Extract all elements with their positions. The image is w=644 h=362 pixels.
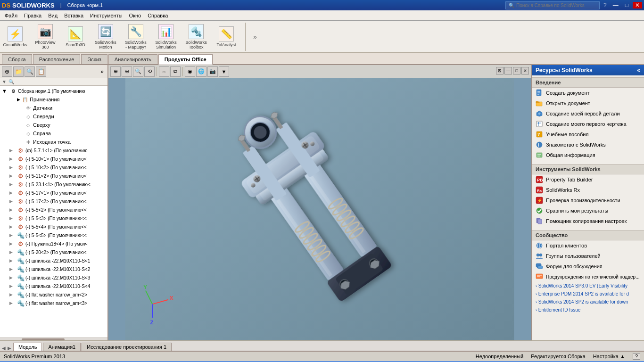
tree-part-1[interactable]: ▶ ⚙ (-) 5-10<1> (По умолчанию<	[1, 155, 107, 163]
menu-insert[interactable]: Вставка	[61, 12, 86, 19]
rp-intro-sw[interactable]: i Знакомство с SolidWorks	[532, 140, 644, 150]
tree-origin[interactable]: ✚ Исходная точка	[1, 138, 107, 146]
rp-open-doc[interactable]: Открыть документ	[532, 98, 644, 108]
tree-top[interactable]: ◇ Сверху	[1, 121, 107, 129]
tree-bolt-2[interactable]: ▶ 🔩 (-) шпилька -22.M10X110-S<2	[1, 265, 107, 273]
help-search-input[interactable]	[516, 3, 592, 8]
tree-washer-0[interactable]: ▶ 🔩 (-) шпилька -22.M10X110-S<4	[1, 282, 107, 290]
vp-camera[interactable]: 📷	[207, 66, 218, 77]
vp-appearance[interactable]: ◉	[185, 66, 195, 77]
vp-zoom-out[interactable]: ⊖	[122, 66, 132, 77]
toolbar-tolanalyst[interactable]: 📏 TolAnalyst	[213, 25, 239, 48]
tree-bolt-3[interactable]: ▶ 🔩 (-) шпилька -22.M10X110-S<3	[1, 273, 107, 282]
tree-washer-2[interactable]: ▶ 🔩 (-) flat washer narrow_am<3>	[1, 299, 107, 307]
rp-news-0[interactable]: › SolidWorks 2014 SP3.0 EV (Early Visibi…	[532, 282, 644, 290]
vp-win-restore[interactable]: ⊠	[496, 67, 504, 74]
rp-general-info[interactable]: Общая информация	[532, 150, 644, 160]
help-icon[interactable]: ?	[602, 2, 609, 8]
btab-model[interactable]: Модель	[13, 343, 42, 351]
minimize-button[interactable]: —	[611, 2, 621, 8]
vp-win-minimize[interactable]: —	[504, 67, 512, 74]
rp-news-2[interactable]: › SolidWorks 2014 SP2 is available for d…	[532, 298, 644, 306]
tree-right[interactable]: ◇ Справа	[1, 129, 107, 138]
vp-section[interactable]: ⧉	[170, 66, 181, 77]
rp-first-drawing[interactable]: Создание моего первого чертежа	[532, 119, 644, 129]
maximize-button[interactable]: □	[623, 2, 631, 8]
vp-rotate[interactable]: ⟲	[144, 66, 155, 77]
vp-win-maximize[interactable]: □	[513, 67, 520, 74]
tree-bolt-0[interactable]: ▶ 🔩 (-) 5-20<2> (По умолчанию<	[1, 248, 107, 256]
vp-dropdown[interactable]: ▼	[219, 66, 229, 77]
settings-label[interactable]: Настройка ▲	[593, 354, 625, 359]
tree-part-11[interactable]: ▶ ⚙ (-) Пружина18<4> (По умолч	[1, 239, 107, 248]
btab-animation[interactable]: Анимация1	[43, 343, 81, 351]
tree-part-9[interactable]: ▶ ⚙ (-) 5-5<4> (По умолчанию<<	[1, 222, 107, 231]
tree-washer-1[interactable]: ▶ 🔩 (-) flat washer narrow_am<2>	[1, 290, 107, 299]
tree-sensors[interactable]: 👁 Датчики	[1, 104, 107, 112]
tree-notes[interactable]: ▶ 📋 Примечания	[1, 95, 107, 104]
menu-view[interactable]: Вид	[45, 12, 60, 19]
tree-part-8[interactable]: ▶ ⚙ (-) 5-5<3> (По умолчанию<<	[1, 214, 107, 222]
rp-compare[interactable]: Сравнить мои результаты	[532, 206, 644, 216]
vp-zoom-fit[interactable]: 🔍	[133, 66, 143, 77]
bottom-tab-nav-right[interactable]: ▶	[8, 346, 11, 351]
menu-help[interactable]: Справка	[145, 12, 171, 19]
rp-first-part[interactable]: Создание моей первой детали	[532, 108, 644, 119]
tree-part-6[interactable]: ▶ ⚙ (-) 5-17<2> (По умолчанию<	[1, 197, 107, 206]
tree-btn-2[interactable]: 📁	[13, 66, 24, 77]
tree-part-5[interactable]: ▶ ⚙ (-) 5-17<1> (По умолчанию<	[1, 189, 107, 197]
tree-part-10[interactable]: ▶ 🔩 (-) 5-5<5> (По умолчанию<<	[1, 231, 107, 239]
toolbar-motion[interactable]: 🔄 SolidWorksMotion	[92, 23, 119, 50]
tree-expand-btn[interactable]: »	[99, 67, 106, 76]
toolbar-circuitworks[interactable]: ⚡ CircuitWorks	[2, 25, 28, 48]
tree-part-4[interactable]: ▶ ⚙ (-) 5-23.1<1> (По умолчанию<	[1, 180, 107, 189]
btab-design-study[interactable]: Исследование проектирования 1	[82, 343, 172, 351]
menu-window[interactable]: Окно	[126, 12, 144, 19]
rp-sw-rx[interactable]: Rx SolidWorks Rx	[532, 185, 644, 195]
tab-layout[interactable]: Расположение	[33, 54, 81, 64]
rp-alerts[interactable]: Предупреждения по технической поддер...	[532, 272, 644, 282]
toolbar-marshrut[interactable]: 🔧 SolidWorks- Маршрут	[123, 23, 149, 50]
toolbar-scanto3d[interactable]: 📐 ScanTo3D	[62, 25, 89, 48]
rp-news-3[interactable]: › Entitlement ID Issue	[532, 306, 644, 314]
tree-part-3[interactable]: ▶ ⚙ (-) 5-11<2> (По умолчанию<	[1, 172, 107, 180]
tab-sketch[interactable]: Эскиз	[81, 54, 107, 64]
viewport[interactable]: ⊕ ⊖ 🔍 ⟲ ↔ ⧉ ◉ 🌐 📷 ▼ ⊠ — □ ✕	[108, 65, 531, 340]
tree-part-0[interactable]: ▶ ⚙ (ф) 5-7.1<1> (По умолчанию	[1, 146, 107, 155]
toolbar-simulation[interactable]: 📊 SolidWorksSimulation	[153, 23, 179, 50]
help-btn[interactable]: ?	[633, 353, 640, 360]
vp-zoom-in[interactable]: ⊕	[110, 66, 121, 77]
rp-tutorials[interactable]: ? Учебные пособия	[532, 129, 644, 140]
rp-performance[interactable]: ⚡ Проверка производительности	[532, 195, 644, 206]
toolbar-toolbox[interactable]: 🔩 SolidWorksToolbox	[183, 23, 209, 50]
tree-root[interactable]: ▼ ⚙ Сборка норм.1 (По умолчанию	[1, 87, 107, 95]
close-button[interactable]: ✕	[633, 2, 642, 8]
tree-part-2[interactable]: ▶ ⚙ (-) 5-10<2> (По умолчанию<	[1, 163, 107, 172]
rp-user-groups[interactable]: Группы пользователей	[532, 251, 644, 261]
vp-win-close[interactable]: ✕	[521, 67, 529, 74]
tree-front[interactable]: ◇ Спереди	[1, 112, 107, 121]
tree-hscrollbar[interactable]	[0, 337, 107, 340]
tree-btn-3[interactable]: 🔍	[25, 66, 35, 77]
tree-part-7[interactable]: ▶ ⚙ (-) 5-5<2> (По умолчанию<<	[1, 206, 107, 214]
rp-property-builder[interactable]: PB Property Tab Builder	[532, 174, 644, 185]
rp-create-doc[interactable]: Создать документ	[532, 88, 644, 98]
menu-file[interactable]: Файл	[2, 12, 20, 19]
rp-news-1[interactable]: › Enterprise PDM 2014 SP2 is available f…	[532, 290, 644, 298]
vp-scene[interactable]: 🌐	[196, 66, 206, 77]
right-panel-collapse[interactable]: «	[637, 67, 640, 74]
menu-tools[interactable]: Инструменты	[87, 12, 125, 19]
bottom-tab-nav-left[interactable]: ◀	[2, 346, 6, 351]
rp-portal[interactable]: Портал клиентов	[532, 240, 644, 251]
rp-forum[interactable]: Форум для обсуждения	[532, 261, 644, 272]
menu-edit[interactable]: Правка	[21, 12, 44, 19]
tab-assembly[interactable]: Сборка	[2, 54, 32, 64]
tree-bolt-1[interactable]: ▶ 🔩 (-) шпилька -22.M10X110-S<1	[1, 256, 107, 265]
vp-pan[interactable]: ↔	[159, 66, 169, 77]
tree-btn-4[interactable]: 📋	[36, 66, 46, 77]
tab-analyze[interactable]: Анализировать	[108, 54, 157, 64]
rp-copy-settings[interactable]: Помощник копирования настроек	[532, 216, 644, 226]
toolbar-expand[interactable]: »	[251, 33, 259, 41]
tree-btn-1[interactable]: ⊕	[2, 66, 12, 77]
tab-office[interactable]: Продукты Office	[158, 54, 213, 65]
